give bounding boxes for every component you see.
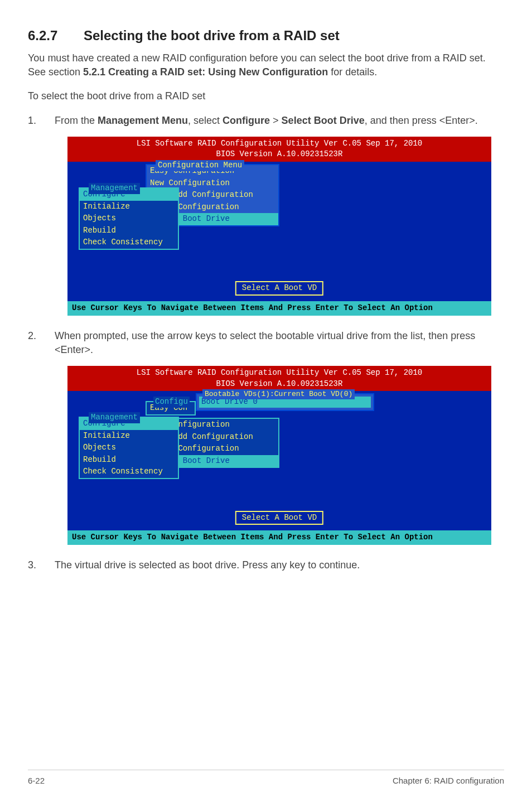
- management-menu-box-2: Management Configure Initialize Objects …: [79, 417, 179, 479]
- mgmt-rebuild: Rebuild: [80, 225, 178, 237]
- intro-bold: 5.2.1 Creating a RAID set: Using New Con…: [83, 66, 328, 78]
- step2-text: When prompted, use the arrow keys to sel…: [55, 330, 475, 355]
- mgmt2-initialize: Initialize: [80, 430, 178, 442]
- section-heading: 6.2.7 Selecting the boot drive from a RA…: [28, 28, 504, 44]
- step1-b1: Management Menu: [98, 115, 188, 126]
- bios-header-line1: LSI Software RAID Configuration Utility …: [67, 138, 491, 149]
- bootable-vds-box: Bootable VDs(1):Current Boot VD(0) Boot …: [196, 393, 374, 411]
- management-label-2: Management: [89, 412, 140, 423]
- section-number: 6.2.7: [28, 28, 84, 44]
- mgmt-objects: Objects: [80, 212, 178, 225]
- bios-screenshot-2: LSI Software RAID Configuration Utility …: [67, 366, 491, 545]
- to-line: To select the boot drive from a RAID set: [28, 89, 504, 103]
- config-trim-label: Configu: [153, 397, 190, 408]
- bootable-label: Bootable VDs(1):Current Boot VD(0): [202, 389, 355, 399]
- bios-header-line2: BIOS Version A.10.09231523R: [67, 149, 491, 160]
- step1-b2: Configure: [223, 115, 270, 126]
- intro-post: for details.: [328, 66, 377, 78]
- bios-header-2: LSI Software RAID Configuration Utility …: [67, 366, 491, 391]
- bios-header2-line2: BIOS Version A.10.09231523R: [67, 379, 491, 390]
- mgmt2-rebuild: Rebuild: [80, 454, 178, 466]
- step1-post: , and then press <Enter>.: [365, 115, 478, 126]
- section-title: Selecting the boot drive from a RAID set: [84, 28, 340, 44]
- management-label: Management: [89, 183, 140, 194]
- mgmt-check: Check Consistency: [80, 236, 178, 249]
- configuration-menu-label: Configuration Menu: [156, 160, 244, 171]
- mgmt-initialize: Initialize: [80, 201, 178, 213]
- intro-paragraph: You must have created a new RAID configu…: [28, 51, 504, 79]
- step1-b3: Select Boot Drive: [282, 115, 365, 126]
- management-menu-box: Management Configure Initialize Objects …: [79, 187, 179, 250]
- bios-screenshot-1: LSI Software RAID Configuration Utility …: [67, 137, 491, 316]
- bios-main-2: Bootable VDs(1):Current Boot VD(0) Boot …: [67, 391, 491, 530]
- bios-footer: Use Cursor Keys To Navigate Between Item…: [67, 301, 491, 316]
- select-boot-vd-box-2: Select A Boot VD: [235, 511, 323, 525]
- footer-chapter: Chapter 6: RAID configuration: [393, 776, 504, 785]
- step-1: From the Management Menu, select Configu…: [28, 114, 504, 316]
- step1-mid2: >: [270, 115, 282, 126]
- select-boot-vd-box: Select A Boot VD: [235, 281, 323, 296]
- bios-header: LSI Software RAID Configuration Utility …: [67, 137, 491, 162]
- page-footer: 6-22 Chapter 6: RAID configuration: [28, 770, 504, 785]
- step1-mid1: , select: [188, 115, 223, 126]
- config-trim-box: Configu Easy Con: [146, 401, 196, 416]
- step-3: The virtual drive is selected as boot dr…: [28, 558, 504, 572]
- mgmt2-check: Check Consistency: [80, 466, 178, 478]
- step1-pre: From the: [55, 115, 98, 126]
- bios-header2-line1: LSI Software RAID Configuration Utility …: [67, 368, 491, 379]
- bios-main: Configuration Menu Easy Configuration Ne…: [67, 162, 491, 301]
- mgmt2-objects: Objects: [80, 442, 178, 454]
- step3-text: The virtual drive is selected as boot dr…: [55, 559, 360, 571]
- bios-footer-2: Use Cursor Keys To Navigate Between Item…: [67, 530, 491, 545]
- step-2: When prompted, use the arrow keys to sel…: [28, 329, 504, 545]
- footer-page: 6-22: [28, 776, 45, 785]
